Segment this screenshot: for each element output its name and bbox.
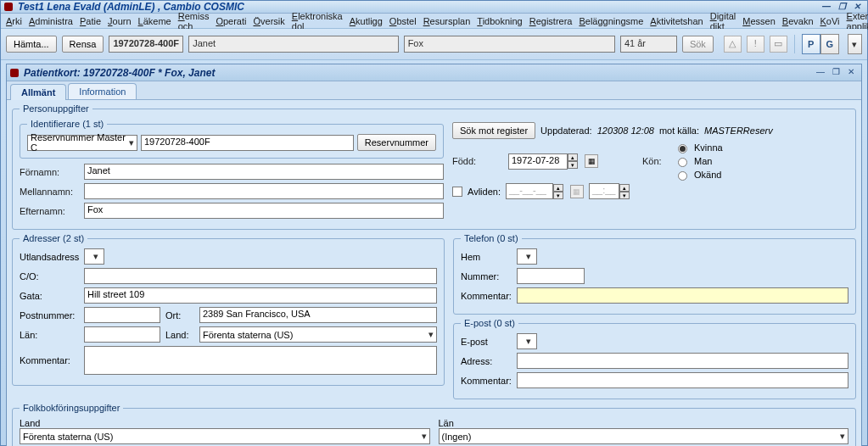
sok-button[interactable]: Sök	[682, 36, 714, 53]
menu-item[interactable]: Bevakn	[779, 15, 817, 27]
menu-item[interactable]: Översik	[249, 15, 288, 27]
mot-kalla-label: mot källa:	[659, 125, 699, 136]
radio-icon[interactable]	[678, 158, 687, 167]
sok-register-button[interactable]: Sök mot register	[452, 122, 535, 139]
firstname-field[interactable]: Janet	[188, 36, 398, 53]
spin-up-icon[interactable]: ▴	[553, 184, 563, 192]
lastname-field[interactable]: Fox	[404, 36, 615, 53]
kon-radio-okänd[interactable]: Okänd	[678, 170, 723, 180]
kon-radio-kvinna[interactable]: Kvinna	[678, 142, 723, 153]
epost-kommentar-input[interactable]	[517, 372, 848, 388]
sub-restore-button[interactable]: ❐	[829, 67, 843, 78]
warning-icon[interactable]: !	[747, 36, 764, 53]
toolbar-divider	[794, 35, 795, 53]
chevron-down-icon[interactable]: ▾	[422, 431, 427, 442]
app-icon	[4, 3, 13, 11]
gata-input[interactable]: Hill street 109	[84, 287, 437, 304]
kon-radio-man[interactable]: Man	[678, 156, 723, 166]
nummer-input[interactable]	[517, 268, 585, 284]
lan-input[interactable]	[84, 326, 160, 343]
tab-allmant[interactable]: Allmänt	[10, 84, 66, 100]
chevron-down-icon[interactable]: ▾	[526, 336, 531, 347]
menu-item[interactable]: Arki	[3, 15, 25, 27]
hamta-button[interactable]: Hämta...	[6, 36, 57, 53]
spin-up-icon[interactable]: ▴	[619, 184, 630, 192]
telefon-group: Telefon (0 st) Hem ▾ Nummer: Kommentar:	[453, 233, 856, 315]
minimize-button[interactable]: —	[820, 2, 833, 13]
telefon-kommentar-input[interactable]	[517, 287, 848, 304]
avliden-date-input[interactable]: __-__-__ ▴▾	[506, 183, 563, 199]
chevron-down-icon[interactable]: ▾	[93, 251, 98, 262]
radio-icon[interactable]	[678, 144, 687, 153]
avliden-time-input[interactable]: __:__ ▴▾	[589, 183, 630, 199]
utlandsadress-dropdown[interactable]: ▾	[84, 248, 104, 265]
reservnummer-button[interactable]: Reservnummer	[357, 134, 436, 151]
g-toggle[interactable]: G	[820, 34, 839, 54]
identifier-type-select[interactable]: Reservnummer Master C ▾	[27, 135, 137, 151]
folkbok-land-select[interactable]: Förenta staterna (US) ▾	[20, 428, 430, 444]
avliden-checkbox[interactable]	[452, 187, 462, 197]
menu-item[interactable]: Tidbokning	[473, 15, 525, 27]
menu-item[interactable]: Läkeme	[135, 15, 175, 27]
toolbar-dropdown-icon[interactable]: ▾	[848, 34, 862, 54]
avliden-time-value[interactable]: __:__	[589, 183, 619, 199]
avliden-date-value[interactable]: __-__-__	[506, 183, 553, 199]
adress-kommentar-input[interactable]	[84, 346, 437, 375]
sub-minimize-button[interactable]: —	[814, 67, 827, 78]
identifierare-legend: Identifierare (1 st)	[27, 119, 107, 129]
identifier-number-field[interactable]: 19720728-400F	[141, 135, 354, 151]
efternamn-label: Efternamn:	[20, 206, 79, 216]
hem-dropdown[interactable]: ▾	[517, 248, 537, 265]
chevron-down-icon[interactable]: ▾	[840, 431, 845, 442]
adresser-group: Adresser (2 st) Utlandsadress ▾ C/O: Gat…	[12, 233, 445, 386]
chevron-down-icon[interactable]: ▾	[129, 137, 134, 148]
spin-down-icon[interactable]: ▾	[553, 192, 563, 199]
menu-item[interactable]: Obstel	[386, 15, 420, 27]
fodd-date-value[interactable]: 1972-07-28	[508, 153, 568, 170]
spin-up-icon[interactable]: ▴	[568, 153, 578, 161]
efternamn-input[interactable]: Fox	[84, 203, 444, 219]
menu-item[interactable]: Operati	[212, 15, 249, 27]
radio-icon[interactable]	[678, 171, 687, 181]
epost-adress-input[interactable]	[517, 353, 848, 369]
menu-item[interactable]: Administra	[25, 15, 76, 27]
chevron-down-icon[interactable]: ▾	[526, 251, 531, 262]
fornamn-input[interactable]: Janet	[84, 164, 444, 180]
menu-item[interactable]: Akutligg	[346, 15, 386, 27]
menu-item[interactable]: Registrera	[526, 15, 576, 27]
sub-close-button[interactable]: ✕	[844, 67, 858, 78]
chevron-down-icon[interactable]: ▾	[428, 329, 434, 340]
menu-item[interactable]: KoVi	[817, 15, 843, 27]
fodd-date-input[interactable]: 1972-07-28 ▴▾	[508, 153, 578, 170]
ort-input[interactable]: 2389 San Francisco, USA	[199, 307, 437, 323]
rensa-button[interactable]: Rensa	[62, 36, 104, 53]
ort-label: Ort:	[165, 310, 194, 321]
folkbok-lan-select[interactable]: (Ingen) ▾	[439, 428, 849, 444]
menu-item[interactable]: Patie	[76, 15, 104, 27]
personuppgifter-legend: Personuppgifter	[20, 103, 92, 114]
note-icon[interactable]: ▭	[770, 36, 787, 53]
mellannamn-input[interactable]	[84, 183, 444, 199]
lan-label: Län:	[20, 330, 79, 340]
menu-item[interactable]: Journ	[104, 15, 135, 27]
menu-item[interactable]: Messen	[739, 15, 779, 27]
adress-kommentar-label: Kommentar:	[20, 355, 79, 365]
menu-item[interactable]: Aktivitetshan	[647, 15, 706, 27]
epost-group: E-post (0 st) E-post ▾ Adress: Kommentar…	[453, 318, 856, 399]
p-toggle[interactable]: P	[802, 34, 820, 54]
mellannamn-label: Mellannamn:	[20, 187, 79, 197]
subwindow-titlebar: Patientkort: 19720728-400F * Fox, Janet …	[7, 64, 861, 81]
spin-down-icon[interactable]: ▾	[568, 161, 578, 169]
epost-dropdown[interactable]: ▾	[517, 333, 537, 349]
menu-item[interactable]: Resursplan	[420, 15, 474, 27]
calendar-icon[interactable]: ▦	[585, 154, 598, 168]
postnummer-input[interactable]	[84, 307, 160, 323]
land-select[interactable]: Förenta staterna (US) ▾	[199, 326, 437, 343]
alert-triangle-icon[interactable]: △	[724, 36, 742, 53]
form-area: Personuppgifter Identifierare (1 st) Res…	[7, 100, 861, 446]
pnr-field[interactable]: 19720728-400F	[109, 36, 183, 53]
spin-down-icon[interactable]: ▾	[619, 192, 630, 199]
co-input[interactable]	[84, 268, 437, 284]
menu-item[interactable]: Beläggningsme	[575, 15, 647, 27]
tab-information[interactable]: Information	[68, 83, 137, 99]
